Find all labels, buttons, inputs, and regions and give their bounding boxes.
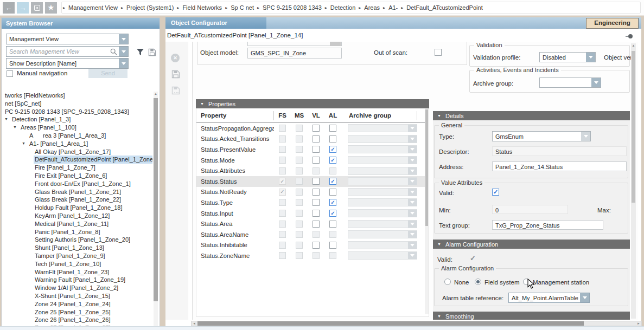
tree-item[interactable]: Fire Exit [Panel_1_Zone_6] bbox=[3, 172, 152, 180]
smoothing-section-header[interactable]: Smoothing bbox=[433, 312, 630, 320]
scrollbar-thumb[interactable] bbox=[425, 109, 428, 226]
property-row[interactable]: Status.Attributes bbox=[196, 165, 429, 176]
tree-item[interactable]: X-Shunt [Panel_1_Zone_15] bbox=[3, 292, 152, 300]
save-search-button[interactable] bbox=[147, 47, 157, 57]
column-archive-group[interactable]: Archive group bbox=[348, 111, 417, 120]
validation-profile-dropdown[interactable]: Disabled bbox=[539, 52, 596, 62]
column-fs[interactable]: FS bbox=[274, 112, 291, 119]
expand-arrow-icon[interactable]: ▼ bbox=[21, 140, 28, 148]
tree-item[interactable]: All Okay [Panel_1_Zone_17] bbox=[3, 148, 152, 156]
scroll-up-icon[interactable]: ▲ bbox=[154, 92, 158, 96]
min-field[interactable]: 0 bbox=[492, 205, 568, 214]
al-checkbox[interactable] bbox=[329, 157, 336, 164]
radio-none-label[interactable]: None bbox=[454, 279, 469, 286]
tree-item[interactable]: Warning Fault [Panel_1_Zone_19] bbox=[3, 276, 152, 284]
al-checkbox[interactable] bbox=[329, 199, 336, 206]
property-row[interactable]: Status.Mode bbox=[196, 155, 429, 166]
tree-item[interactable]: DetFault_ATcustomizedPoint [Panel_1_Zone… bbox=[3, 156, 152, 164]
history-button[interactable] bbox=[31, 2, 43, 14]
tree-item[interactable]: Tamper [Panel_1_Zone_9] bbox=[3, 252, 152, 260]
radio-management-station-label[interactable]: Management station bbox=[533, 279, 589, 286]
back-button[interactable]: ← bbox=[3, 2, 15, 14]
save-as-button[interactable] bbox=[171, 86, 180, 95]
al-checkbox[interactable] bbox=[329, 210, 336, 217]
scroll-up-icon[interactable]: ▲ bbox=[631, 43, 636, 48]
tree-item[interactable]: KeyArm [Panel_1_Zone_12] bbox=[3, 212, 152, 220]
tree-item[interactable]: PC 9-215 0208 1343 [SPC_9-215_0208_1343] bbox=[3, 108, 152, 116]
scrollbar-thumb[interactable] bbox=[197, 321, 584, 326]
tree-item[interactable]: tworks [FieldNetworks] bbox=[3, 92, 152, 100]
chevron-down-icon[interactable] bbox=[580, 293, 589, 302]
vl-checkbox[interactable] bbox=[313, 221, 320, 228]
forward-button[interactable]: → bbox=[17, 2, 29, 14]
vl-checkbox[interactable] bbox=[313, 135, 320, 143]
send-button[interactable]: Send bbox=[88, 69, 127, 78]
property-row[interactable]: Status.Acked_Transitions bbox=[196, 134, 429, 145]
vl-checkbox[interactable] bbox=[313, 199, 320, 206]
save-button[interactable] bbox=[171, 70, 180, 79]
chevron-down-icon[interactable] bbox=[119, 34, 128, 44]
chevron-down-icon[interactable] bbox=[119, 47, 128, 56]
tree-item[interactable]: Zone 25 [Panel_1_Zone_25] bbox=[3, 308, 152, 316]
column-property[interactable]: Property bbox=[196, 111, 274, 120]
property-row[interactable]: Status.Type bbox=[196, 197, 429, 208]
vl-checkbox[interactable] bbox=[313, 146, 320, 153]
chevron-down-icon[interactable] bbox=[591, 78, 601, 87]
breadcrumb-item[interactable]: Management View bbox=[66, 4, 120, 11]
type-dropdown[interactable]: GmsEnum bbox=[492, 131, 591, 141]
tree-item[interactable]: Glass Break [Panel_1_Zone_21] bbox=[3, 188, 152, 196]
tree-item[interactable]: Glass Break [Panel_1_Zone_22] bbox=[3, 196, 152, 204]
tree-item[interactable]: Shunt [Panel_1_Zone_13] bbox=[3, 244, 152, 252]
configurator-horizontal-scrollbar[interactable]: ◄ ► bbox=[191, 321, 642, 326]
al-checkbox[interactable] bbox=[329, 221, 336, 228]
address-field[interactable]: Panel_1_Zone_14.Status bbox=[492, 161, 627, 171]
fs-checkbox[interactable] bbox=[279, 189, 286, 196]
column-ms[interactable]: MS bbox=[291, 112, 308, 119]
tree-item[interactable]: Zone 26 [Panel_1_Zone_26] bbox=[3, 316, 152, 324]
properties-section-header[interactable]: Properties bbox=[196, 99, 429, 108]
tree-item[interactable]: Zone 24 [Panel_1_Zone_24] bbox=[3, 300, 152, 308]
vl-checkbox[interactable] bbox=[313, 189, 320, 196]
scrollbar-thumb[interactable] bbox=[154, 98, 158, 301]
search-icon[interactable] bbox=[110, 48, 117, 55]
al-checkbox[interactable] bbox=[329, 189, 336, 196]
tree-item[interactable]: net [SpC_net] bbox=[3, 100, 152, 108]
descriptor-field[interactable]: Status bbox=[492, 146, 627, 156]
scroll-right-icon[interactable]: ► bbox=[636, 321, 641, 326]
property-row[interactable]: Status.NotReady bbox=[196, 187, 429, 198]
text-group-field[interactable]: TxG_Prop_Zone_Status bbox=[492, 220, 603, 230]
discard-changes-button[interactable]: ✕ bbox=[171, 54, 180, 62]
tree-item[interactable]: Tech [Panel_1_Zone_10] bbox=[3, 260, 152, 268]
al-checkbox[interactable] bbox=[329, 146, 336, 153]
tree-item[interactable]: Setting Authoris [Panel_1_Zone_20] bbox=[3, 236, 152, 244]
vl-checkbox[interactable] bbox=[313, 210, 320, 217]
tree-item[interactable]: A rea 3 [Panel_1_Area_3] bbox=[3, 132, 152, 140]
fs-checkbox[interactable] bbox=[279, 178, 286, 185]
property-row[interactable]: Status.Input bbox=[196, 208, 429, 219]
column-vl[interactable]: VL bbox=[308, 112, 324, 119]
tree-scrollbar[interactable]: ▲ bbox=[154, 92, 158, 328]
alarm-valid-check-icon[interactable]: ✓ bbox=[470, 254, 476, 262]
object-model-field[interactable]: GMS_SPC_IN_Zone bbox=[247, 48, 342, 59]
tab-object-configurator[interactable]: Object Configurator bbox=[165, 17, 266, 29]
property-row[interactable]: Status.PresentValue bbox=[196, 144, 429, 155]
chevron-down-icon[interactable] bbox=[119, 59, 128, 68]
al-checkbox[interactable] bbox=[329, 125, 336, 132]
column-al[interactable]: AL bbox=[324, 112, 341, 119]
breadcrumb-item[interactable]: Areas bbox=[362, 4, 382, 11]
tree-item[interactable]: WarnFlt [Panel_1_Zone_23] bbox=[3, 268, 152, 276]
property-row[interactable]: Status.Inhibitable bbox=[196, 240, 429, 251]
breadcrumb-item[interactable]: SPC 9-215 0208 1343 bbox=[260, 4, 324, 11]
property-row[interactable]: Status.Area bbox=[196, 218, 429, 229]
filter-button[interactable] bbox=[135, 47, 145, 57]
chevron-down-icon[interactable] bbox=[586, 53, 595, 62]
al-checkbox[interactable] bbox=[329, 135, 336, 143]
radio-field-system-label[interactable]: Field system bbox=[484, 279, 520, 286]
property-row[interactable]: StatusPropagation.Aggregat bbox=[196, 123, 429, 134]
scrollbar-thumb[interactable] bbox=[632, 51, 635, 203]
view-selector-dropdown[interactable]: Management View bbox=[6, 34, 129, 44]
breadcrumb-item[interactable]: Field Networks bbox=[180, 4, 224, 11]
breadcrumb-item[interactable]: DetFault_ATcustomizedPoint bbox=[404, 4, 484, 11]
out-of-scan-checkbox[interactable] bbox=[435, 49, 442, 56]
engineering-mode-button[interactable]: Engineering bbox=[586, 18, 639, 29]
